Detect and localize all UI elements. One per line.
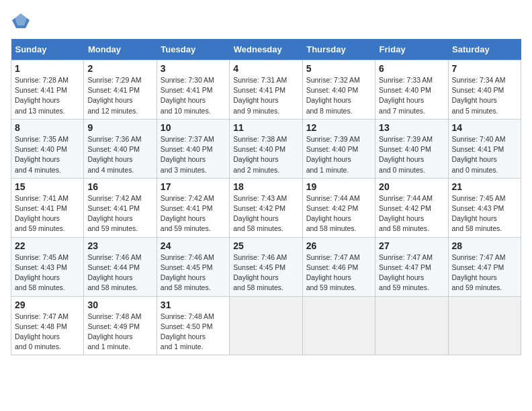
- daylight-label: Daylight hours: [87, 214, 132, 222]
- page-header: [11, 11, 521, 31]
- day-number: 2: [87, 63, 152, 74]
- sunrise-text: Sunrise: 7:41 AM: [15, 194, 69, 202]
- day-info: Sunrise: 7:48 AMSunset: 4:50 PMDaylight …: [161, 312, 226, 353]
- calendar-cell: 1Sunrise: 7:28 AMSunset: 4:41 PMDaylight…: [11, 60, 84, 120]
- day-info: Sunrise: 7:33 AMSunset: 4:40 PMDaylight …: [379, 75, 444, 116]
- daylight-label: Daylight hours: [87, 155, 132, 163]
- daylight-label: Daylight hours: [452, 155, 497, 163]
- day-info: Sunrise: 7:44 AMSunset: 4:42 PMDaylight …: [306, 193, 371, 234]
- daylight-label: Daylight hours: [161, 273, 206, 281]
- day-info: Sunrise: 7:31 AMSunset: 4:41 PMDaylight …: [233, 75, 298, 116]
- calendar-cell: 19Sunrise: 7:44 AMSunset: 4:42 PMDayligh…: [302, 178, 375, 237]
- daylight-label: Daylight hours: [161, 332, 206, 340]
- day-info: Sunrise: 7:46 AMSunset: 4:45 PMDaylight …: [233, 253, 298, 293]
- daylight-label: Daylight hours: [379, 155, 424, 163]
- day-number: 26: [306, 240, 371, 251]
- sunrise-text: Sunrise: 7:40 AM: [452, 135, 506, 143]
- calendar-cell: 10Sunrise: 7:37 AMSunset: 4:40 PMDayligh…: [157, 119, 229, 178]
- sunset-text: Sunset: 4:41 PM: [87, 204, 140, 212]
- sunrise-text: Sunrise: 7:47 AM: [306, 253, 360, 261]
- sunset-text: Sunset: 4:48 PM: [15, 322, 67, 330]
- daylight-detail: and 59 minutes.: [161, 224, 211, 232]
- sunrise-text: Sunrise: 7:48 AM: [161, 312, 214, 320]
- sunset-text: Sunset: 4:41 PM: [452, 145, 504, 153]
- calendar-cell: [230, 296, 302, 355]
- day-number: 14: [452, 122, 517, 133]
- calendar-cell: 18Sunrise: 7:43 AMSunset: 4:42 PMDayligh…: [230, 178, 302, 237]
- daylight-label: Daylight hours: [233, 96, 278, 104]
- daylight-label: Daylight hours: [452, 214, 497, 222]
- day-number: 29: [15, 300, 80, 310]
- daylight-label: Daylight hours: [379, 273, 424, 281]
- daylight-label: Daylight hours: [15, 273, 60, 281]
- sunrise-text: Sunrise: 7:45 AM: [15, 253, 69, 261]
- day-number: 28: [452, 240, 517, 251]
- sunrise-text: Sunrise: 7:35 AM: [15, 135, 69, 143]
- daylight-detail: and 59 minutes.: [306, 283, 357, 291]
- calendar-week-3: 15Sunrise: 7:41 AMSunset: 4:41 PMDayligh…: [11, 178, 521, 237]
- daylight-detail: and 1 minute.: [306, 166, 349, 174]
- day-info: Sunrise: 7:32 AMSunset: 4:40 PMDaylight …: [306, 75, 371, 116]
- daylight-detail: and 0 minutes.: [452, 166, 498, 174]
- calendar-cell: 30Sunrise: 7:48 AMSunset: 4:49 PMDayligh…: [84, 296, 157, 355]
- sunset-text: Sunset: 4:42 PM: [379, 204, 431, 212]
- day-number: 27: [379, 240, 444, 251]
- day-info: Sunrise: 7:28 AMSunset: 4:41 PMDaylight …: [15, 75, 80, 116]
- sunrise-text: Sunrise: 7:28 AM: [15, 76, 69, 84]
- day-number: 12: [306, 122, 371, 133]
- sunset-text: Sunset: 4:42 PM: [233, 204, 285, 212]
- sunset-text: Sunset: 4:43 PM: [452, 204, 504, 212]
- day-number: 1: [15, 63, 80, 74]
- sunrise-text: Sunrise: 7:46 AM: [87, 253, 141, 261]
- sunset-text: Sunset: 4:43 PM: [15, 263, 67, 271]
- daylight-label: Daylight hours: [452, 273, 497, 281]
- calendar-cell: [302, 296, 375, 355]
- day-number: 6: [379, 63, 444, 74]
- daylight-detail: and 0 minutes.: [15, 342, 61, 351]
- calendar-cell: 28Sunrise: 7:47 AMSunset: 4:47 PMDayligh…: [448, 237, 521, 296]
- logo: [11, 11, 34, 31]
- calendar-cell: 13Sunrise: 7:39 AMSunset: 4:40 PMDayligh…: [375, 119, 448, 178]
- sunrise-text: Sunrise: 7:34 AM: [452, 76, 506, 84]
- day-info: Sunrise: 7:48 AMSunset: 4:49 PMDaylight …: [87, 312, 152, 353]
- daylight-detail: and 59 minutes.: [87, 224, 138, 232]
- calendar-cell: 31Sunrise: 7:48 AMSunset: 4:50 PMDayligh…: [157, 296, 229, 355]
- daylight-label: Daylight hours: [161, 155, 206, 163]
- daylight-detail: and 59 minutes.: [452, 283, 502, 291]
- sunset-text: Sunset: 4:47 PM: [452, 263, 504, 271]
- day-number: 20: [379, 181, 444, 192]
- calendar-week-4: 22Sunrise: 7:45 AMSunset: 4:43 PMDayligh…: [11, 237, 521, 296]
- calendar-cell: 16Sunrise: 7:42 AMSunset: 4:41 PMDayligh…: [84, 178, 157, 237]
- daylight-label: Daylight hours: [379, 214, 424, 222]
- daylight-detail: and 1 minute.: [161, 342, 204, 351]
- daylight-label: Daylight hours: [15, 96, 60, 104]
- sunset-text: Sunset: 4:46 PM: [306, 263, 359, 271]
- day-info: Sunrise: 7:30 AMSunset: 4:41 PMDaylight …: [161, 75, 226, 116]
- daylight-detail: and 58 minutes.: [452, 224, 502, 232]
- calendar-cell: 9Sunrise: 7:36 AMSunset: 4:40 PMDaylight…: [84, 119, 157, 178]
- sunset-text: Sunset: 4:45 PM: [161, 263, 213, 271]
- daylight-detail: and 10 minutes.: [161, 107, 211, 115]
- header-day-saturday: Saturday: [448, 39, 521, 60]
- sunrise-text: Sunrise: 7:45 AM: [452, 194, 506, 202]
- calendar-cell: 27Sunrise: 7:47 AMSunset: 4:47 PMDayligh…: [375, 237, 448, 296]
- sunrise-text: Sunrise: 7:47 AM: [15, 312, 69, 320]
- sunset-text: Sunset: 4:41 PM: [15, 204, 67, 212]
- header-day-friday: Friday: [375, 39, 448, 60]
- day-number: 5: [306, 63, 371, 74]
- sunset-text: Sunset: 4:40 PM: [379, 145, 431, 153]
- day-info: Sunrise: 7:45 AMSunset: 4:43 PMDaylight …: [452, 193, 517, 234]
- day-info: Sunrise: 7:41 AMSunset: 4:41 PMDaylight …: [15, 193, 80, 234]
- day-info: Sunrise: 7:46 AMSunset: 4:45 PMDaylight …: [161, 253, 226, 293]
- header-day-monday: Monday: [84, 39, 157, 60]
- calendar-cell: 2Sunrise: 7:29 AMSunset: 4:41 PMDaylight…: [84, 60, 157, 120]
- day-number: 21: [452, 181, 517, 192]
- day-number: 13: [379, 122, 444, 133]
- daylight-detail: and 12 minutes.: [87, 107, 138, 115]
- day-number: 25: [233, 240, 298, 251]
- header-day-tuesday: Tuesday: [157, 39, 229, 60]
- daylight-label: Daylight hours: [233, 273, 278, 281]
- calendar-cell: 5Sunrise: 7:32 AMSunset: 4:40 PMDaylight…: [302, 60, 375, 120]
- sunrise-text: Sunrise: 7:48 AM: [87, 312, 141, 320]
- daylight-detail: and 9 minutes.: [233, 107, 279, 115]
